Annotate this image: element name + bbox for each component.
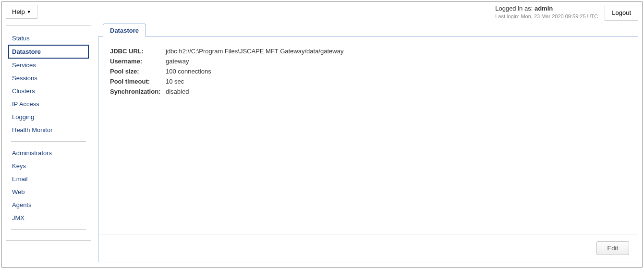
field-value: gateway (166, 58, 626, 65)
tab-strip: Datastore (98, 24, 638, 37)
panel: JDBC URL: jdbc:h2://C:\Program Files\JSC… (98, 37, 638, 262)
field-label: Pool size: (110, 68, 166, 75)
logged-in-user: admin (535, 5, 553, 12)
help-label: Help (12, 8, 25, 15)
main-area: Datastore JDBC URL: jdbc:h2://C:\Program… (98, 24, 638, 262)
field-row-synchronization: Synchronization: disabled (110, 88, 626, 95)
sidebar-item-sessions[interactable]: Sessions (11, 72, 86, 85)
field-label: Pool timeout: (110, 78, 166, 85)
field-row-username: Username: gateway (110, 58, 626, 65)
sidebar-item-clusters[interactable]: Clusters (11, 85, 86, 98)
edit-button[interactable]: Edit (596, 241, 629, 255)
tab-datastore[interactable]: Datastore (103, 24, 146, 37)
field-label: Synchronization: (110, 88, 166, 95)
topbar: Help ▼ Logged in as: admin Last login: M… (2, 2, 642, 24)
panel-footer: Edit (98, 234, 638, 262)
field-row-jdbc-url: JDBC URL: jdbc:h2://C:\Program Files\JSC… (110, 48, 626, 55)
sidebar-item-datastore[interactable]: Datastore (8, 45, 89, 59)
sidebar-item-logging[interactable]: Logging (11, 110, 86, 123)
sidebar-item-administrators[interactable]: Administrators (11, 147, 86, 159)
sidebar-item-agents[interactable]: Agents (11, 198, 86, 211)
sidebar-item-ip-access[interactable]: IP Access (11, 98, 86, 110)
sidebar: Status Datastore Services Sessions Clust… (6, 25, 91, 241)
logout-button[interactable]: Logout (605, 5, 638, 21)
sidebar-divider-2 (11, 229, 86, 230)
login-info: Logged in as: admin Last login: Mon, 23 … (495, 5, 598, 20)
field-value: disabled (166, 88, 626, 95)
last-login-text: Last login: Mon, 23 Mar 2020 09:59:25 UT… (495, 13, 598, 20)
field-row-pool-size: Pool size: 100 connections (110, 68, 626, 75)
sidebar-item-email[interactable]: Email (11, 172, 86, 185)
sidebar-item-services[interactable]: Services (11, 59, 86, 72)
sidebar-item-keys[interactable]: Keys (11, 159, 86, 172)
field-value: jdbc:h2://C:\Program Files\JSCAPE MFT Ga… (166, 48, 626, 55)
panel-body: JDBC URL: jdbc:h2://C:\Program Files\JSC… (98, 37, 638, 234)
sidebar-item-web[interactable]: Web (11, 185, 86, 198)
field-value: 10 sec (166, 78, 626, 85)
sidebar-item-status[interactable]: Status (11, 32, 86, 45)
help-menu-button[interactable]: Help ▼ (6, 5, 37, 19)
field-label: JDBC URL: (110, 48, 166, 55)
caret-down-icon: ▼ (27, 10, 31, 14)
field-value: 100 connections (166, 68, 626, 75)
sidebar-divider (11, 141, 86, 142)
field-label: Username: (110, 58, 166, 65)
field-row-pool-timeout: Pool timeout: 10 sec (110, 78, 626, 85)
sidebar-item-health-monitor[interactable]: Health Monitor (11, 123, 86, 136)
sidebar-item-jmx[interactable]: JMX (11, 211, 86, 224)
logged-in-prefix: Logged in as: (495, 5, 535, 12)
